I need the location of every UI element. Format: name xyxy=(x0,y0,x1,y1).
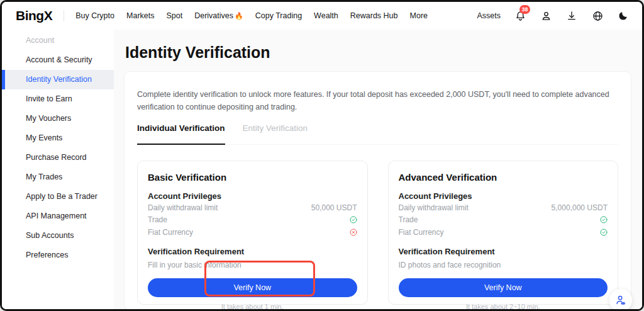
requirement-text: ID photos and face recognition xyxy=(399,261,608,269)
nav-item-derivatives[interactable]: Derivatives🔥 xyxy=(194,11,243,20)
verification-requirement-heading: Verification Requirement xyxy=(148,247,357,256)
download-icon[interactable] xyxy=(565,9,578,22)
privilege-row-withdrawal: Daily withdrawal limit 50,000 USDT xyxy=(148,202,357,213)
privilege-value: 50,000 USDT xyxy=(311,203,357,212)
assets-link[interactable]: Assets xyxy=(477,11,501,20)
main-menu: Buy Crypto Markets Spot Derivatives🔥 Cop… xyxy=(75,11,428,20)
check-circle-icon xyxy=(600,216,608,223)
main-content: Identity Verification Complete identity … xyxy=(114,30,642,309)
nav-item-markets[interactable]: Markets xyxy=(126,11,154,20)
nav-divider xyxy=(64,10,64,21)
privilege-row-fiat: Fiat Currency xyxy=(148,227,357,238)
sidebar-item-identity-verification[interactable]: Identity Verification xyxy=(2,70,114,89)
verification-description: Complete identity verification to unlock… xyxy=(137,88,618,113)
privilege-value: 5,000,000 USDT xyxy=(552,203,608,212)
privilege-label: Fiat Currency xyxy=(399,228,444,237)
notification-badge: 38 xyxy=(519,5,530,14)
duration-note: It takes about 2~10 min. xyxy=(399,303,608,310)
profile-icon[interactable] xyxy=(540,9,552,22)
privilege-row-trade: Trade xyxy=(399,215,608,226)
sidebar-item-api-management[interactable]: API Management xyxy=(2,206,114,226)
verification-cards: Basic Verification Account Privileges Da… xyxy=(137,161,618,305)
verification-tabs: Individual Verification Entity Verificat… xyxy=(137,123,618,145)
privilege-row-fiat: Fiat Currency xyxy=(399,227,608,238)
page-title: Identity Verification xyxy=(125,43,631,62)
verification-requirement-heading: Verification Requirement xyxy=(399,247,608,256)
verify-now-button-advanced[interactable]: Verify Now xyxy=(399,278,608,297)
moon-icon[interactable] xyxy=(617,9,630,22)
basic-verification-card: Basic Verification Account Privileges Da… xyxy=(137,161,368,305)
top-navbar: BingX Buy Crypto Markets Spot Derivative… xyxy=(2,2,642,30)
sidebar-item-preferences[interactable]: Preferences xyxy=(2,246,114,265)
tab-individual-verification[interactable]: Individual Verification xyxy=(137,123,225,145)
card-title: Advanced Verification xyxy=(399,172,608,183)
customer-support-button[interactable] xyxy=(609,289,632,311)
privilege-row-trade: Trade xyxy=(148,215,357,226)
sidebar-item-account-security[interactable]: Account & Security xyxy=(2,50,114,70)
support-chat-icon xyxy=(614,294,627,307)
navbar-right: Assets 38 xyxy=(477,9,630,22)
privilege-label: Trade xyxy=(399,215,418,224)
requirement-text: Fill in your basic information xyxy=(148,261,357,269)
nav-item-spot[interactable]: Spot xyxy=(166,11,182,20)
duration-note: It takes about 1 min. xyxy=(148,303,357,310)
account-privileges-heading: Account Privileges xyxy=(148,191,357,201)
account-sidebar: Account Account & Security Identity Veri… xyxy=(2,30,114,309)
sidebar-item-my-events[interactable]: My Events xyxy=(2,128,114,148)
privilege-row-withdrawal: Daily withdrawal limit 5,000,000 USDT xyxy=(399,202,608,213)
check-circle-icon xyxy=(350,216,357,223)
nav-item-rewards-hub[interactable]: Rewards Hub xyxy=(350,11,398,20)
sidebar-item-sub-accounts[interactable]: Sub Accounts xyxy=(2,226,114,246)
tab-entity-verification[interactable]: Entity Verification xyxy=(243,123,308,144)
cross-circle-icon xyxy=(350,229,357,236)
verification-panel: Complete identity verification to unlock… xyxy=(124,71,631,310)
page-body: Account Account & Security Identity Veri… xyxy=(2,30,642,309)
account-privileges-heading: Account Privileges xyxy=(399,191,608,201)
sidebar-item-purchase-record[interactable]: Purchase Record xyxy=(2,148,114,167)
sidebar-item-invite-to-earn[interactable]: Invite to Earn xyxy=(2,89,114,109)
nav-item-wealth[interactable]: Wealth xyxy=(314,11,338,20)
privilege-label: Fiat Currency xyxy=(148,228,193,237)
privilege-label: Daily withdrawal limit xyxy=(148,203,218,212)
sidebar-item-apply-trader[interactable]: Apply to Be a Trader xyxy=(2,187,114,206)
sidebar-item-my-vouchers[interactable]: My Vouchers xyxy=(2,109,114,128)
bingx-logo[interactable]: BingX xyxy=(16,8,52,23)
check-circle-icon xyxy=(600,229,608,236)
nav-item-copy-trading[interactable]: Copy Trading xyxy=(255,11,302,20)
bell-icon[interactable]: 38 xyxy=(514,9,526,22)
verify-now-button-basic[interactable]: Verify Now xyxy=(148,278,357,297)
card-title: Basic Verification xyxy=(148,172,357,183)
nav-item-derivatives-label: Derivatives xyxy=(194,11,233,20)
nav-item-more[interactable]: More xyxy=(410,11,428,20)
sidebar-item-my-trades[interactable]: My Trades xyxy=(2,167,114,187)
advanced-verification-card: Advanced Verification Account Privileges… xyxy=(388,161,619,305)
flame-icon: 🔥 xyxy=(235,12,243,20)
sidebar-item-account: Account xyxy=(2,31,114,50)
nav-item-buy-crypto[interactable]: Buy Crypto xyxy=(75,11,114,20)
privilege-label: Trade xyxy=(148,215,167,224)
app-window: BingX Buy Crypto Markets Spot Derivative… xyxy=(0,0,644,311)
privilege-label: Daily withdrawal limit xyxy=(399,203,469,212)
globe-icon[interactable] xyxy=(591,9,604,22)
